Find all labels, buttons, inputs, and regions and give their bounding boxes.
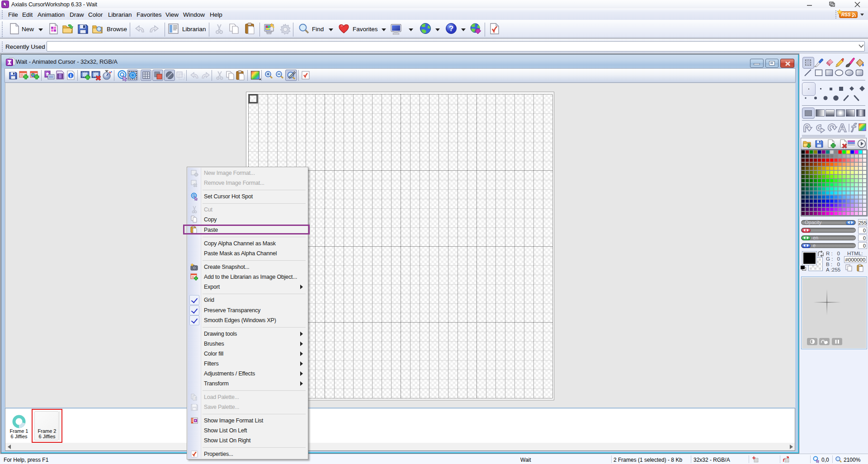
- svg-text:?: ?: [449, 24, 453, 33]
